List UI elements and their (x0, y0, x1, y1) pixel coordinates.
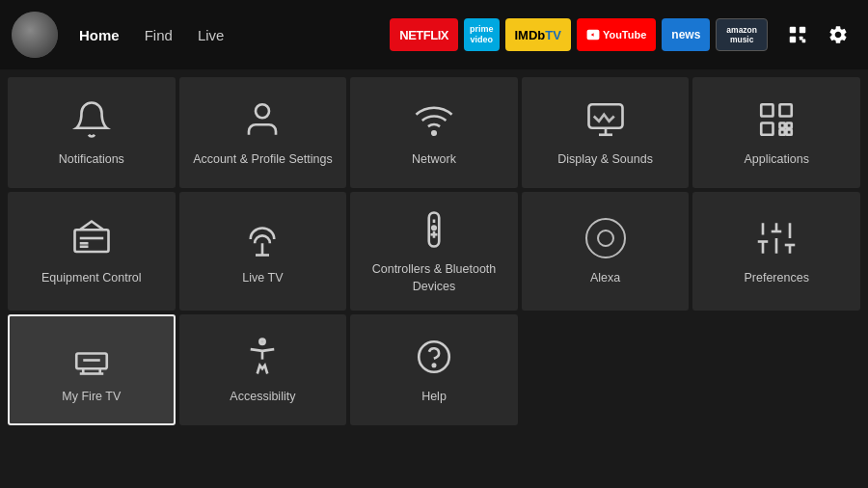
controllers-item[interactable]: Controllers & Bluetooth Devices (350, 192, 518, 311)
live-tv-label: Live TV (242, 270, 283, 287)
network-item[interactable]: Network (350, 77, 518, 188)
svg-rect-4 (802, 40, 806, 43)
svg-point-5 (256, 104, 269, 118)
preferences-item[interactable]: Preferences (692, 192, 860, 311)
svg-rect-13 (780, 122, 785, 127)
equipment-control-label: Equipment Control (41, 270, 142, 287)
antenna-icon (242, 218, 283, 258)
equipment-control-item[interactable]: Equipment Control (8, 192, 176, 311)
accessibility-icon (242, 337, 283, 377)
applications-label: Applications (744, 151, 808, 169)
svg-rect-1 (800, 27, 805, 33)
svg-rect-0 (790, 27, 796, 33)
alexa-icon (585, 218, 626, 258)
svg-point-25 (432, 227, 436, 230)
help-label: Help (421, 389, 447, 406)
remote-icon (414, 209, 454, 250)
imdb-badge[interactable]: IMDbTV (505, 18, 571, 51)
accessibility-label: Accessibility (230, 389, 295, 406)
svg-point-44 (433, 364, 435, 366)
account-label: Account & Profile Settings (193, 151, 333, 169)
my-fire-tv-label: My Fire TV (62, 389, 121, 406)
svg-rect-15 (780, 129, 785, 134)
avatar[interactable] (12, 12, 58, 58)
svg-rect-10 (761, 104, 773, 116)
svg-rect-16 (787, 129, 792, 134)
apps-icon (756, 99, 797, 140)
prime-video-badge[interactable]: primevideo (464, 18, 500, 51)
display-sounds-label: Display & Sounds (557, 151, 653, 169)
live-tv-item[interactable]: Live TV (179, 192, 347, 311)
nav-links: Home Find Live (69, 21, 233, 49)
settings-grid: Notifications Account & Profile Settings… (4, 73, 864, 429)
preferences-label: Preferences (744, 270, 808, 287)
firetv-icon (71, 337, 112, 377)
svg-rect-12 (761, 122, 773, 134)
top-navigation: Home Find Live NETFLIX primevideo IMDbTV… (0, 0, 868, 69)
alexa-item[interactable]: Alexa (522, 192, 690, 311)
svg-rect-14 (787, 122, 792, 127)
settings-icon-button[interactable] (820, 16, 856, 53)
my-fire-tv-item[interactable]: My Fire TV (8, 314, 176, 425)
svg-rect-17 (74, 230, 108, 252)
display-icon (585, 99, 626, 140)
notifications-item[interactable]: Notifications (8, 77, 176, 188)
alexa-label: Alexa (590, 270, 620, 287)
svg-rect-11 (780, 104, 792, 116)
netflix-badge[interactable]: NETFLIX (390, 18, 458, 51)
svg-rect-2 (790, 37, 796, 42)
controllers-label: Controllers & Bluetooth Devices (360, 261, 508, 295)
youtube-badge[interactable]: YouTube (577, 18, 656, 51)
person-icon (242, 99, 283, 140)
nav-find[interactable]: Find (135, 21, 182, 49)
wifi-icon (414, 99, 454, 140)
account-item[interactable]: Account & Profile Settings (179, 77, 347, 188)
network-label: Network (412, 151, 456, 169)
svg-point-6 (432, 131, 436, 135)
apps-icon-button[interactable] (779, 16, 816, 53)
sliders-icon (756, 218, 797, 258)
display-sounds-item[interactable]: Display & Sounds (522, 77, 690, 188)
nav-live[interactable]: Live (188, 21, 234, 49)
help-icon (414, 337, 454, 377)
accessibility-item[interactable]: Accessibility (179, 314, 347, 425)
nav-home[interactable]: Home (69, 21, 129, 49)
bell-icon (71, 99, 112, 140)
help-item[interactable]: Help (350, 314, 518, 425)
applications-item[interactable]: Applications (692, 77, 860, 188)
svg-point-42 (260, 339, 265, 343)
streaming-logos: NETFLIX primevideo IMDbTV YouTube news a… (390, 16, 856, 53)
notifications-label: Notifications (59, 151, 124, 169)
amazon-music-badge[interactable]: amazonmusic (716, 18, 768, 51)
tv-icon (71, 218, 112, 258)
news-badge[interactable]: news (662, 18, 710, 51)
nav-icon-buttons (779, 16, 856, 53)
